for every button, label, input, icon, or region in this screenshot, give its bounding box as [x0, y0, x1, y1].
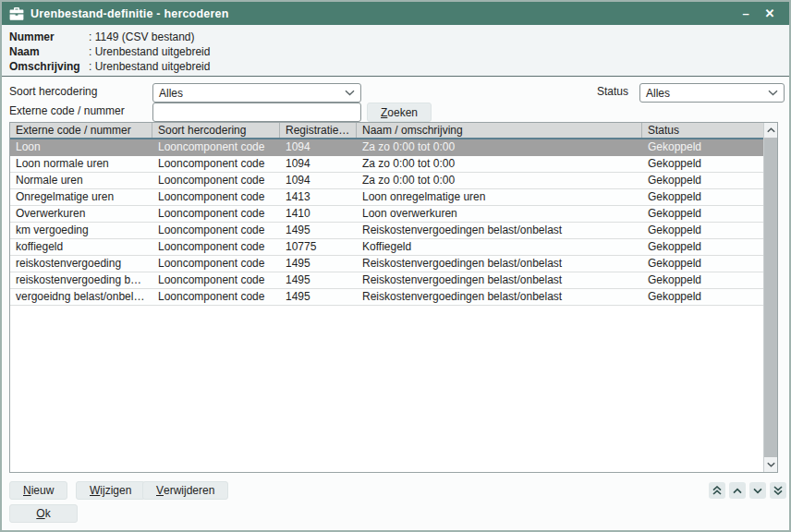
table-row[interactable]: reiskostenvergoeding belas... Looncompon…	[10, 272, 763, 289]
externe-code-label: Externe code / nummer	[9, 102, 125, 120]
col-header-soort[interactable]: Soort hercodering	[152, 123, 280, 138]
status-label: Status	[597, 82, 628, 101]
info-row-omschrijving: Omschrijving : Urenbestand uitgebreid	[9, 59, 782, 74]
naam-label: Naam	[9, 44, 89, 59]
close-button[interactable]: ✕	[758, 5, 782, 23]
omschrijving-label: Omschrijving	[9, 59, 89, 74]
minimize-button[interactable]: –	[734, 5, 758, 23]
nieuw-button[interactable]: Nieuw	[9, 481, 67, 500]
scrollbar-thumb[interactable]	[764, 138, 777, 457]
table-row[interactable]: koffiegeld Looncomponent code 10775 Koff…	[10, 239, 763, 256]
table-row[interactable]: Normale uren Looncomponent code 1094 Za …	[10, 173, 763, 189]
record-info-panel: Nummer : 1149 (CSV bestand) Naam : Urenb…	[2, 25, 789, 77]
info-row-naam: Naam : Urenbestand uitgebreid	[9, 44, 782, 59]
status-value: Alles	[646, 87, 768, 100]
col-header-externe[interactable]: Externe code / nummer	[10, 123, 152, 138]
soort-hercodering-label: Soort hercodering	[9, 82, 97, 101]
col-header-status[interactable]: Status	[642, 123, 763, 138]
table-row[interactable]: Loon Looncomponent code 1094 Za zo 0:00 …	[10, 139, 763, 156]
move-down-button[interactable]	[749, 482, 766, 499]
externe-code-input[interactable]	[152, 103, 361, 122]
omschrijving-value: : Urenbestand uitgebreid	[89, 59, 210, 74]
titlebar: Urenbestand-definitie - hercoderen – ✕	[2, 2, 789, 25]
nummer-value: : 1149 (CSV bestand)	[89, 30, 195, 44]
chevron-double-down-icon	[773, 486, 783, 495]
table-row[interactable]: Overwerkuren Looncomponent code 1410 Loo…	[10, 206, 763, 223]
table-row[interactable]: Onregelmatige uren Looncomponent code 14…	[10, 189, 763, 206]
chevron-down-icon	[345, 90, 355, 96]
dialog-window: Urenbestand-definitie - hercoderen – ✕ N…	[0, 0, 791, 532]
chevron-down-icon	[753, 488, 762, 494]
filter-bar: Soort hercodering Alles Status Alles Ext…	[2, 78, 789, 122]
table-header-row: Externe code / nummer Soort hercodering …	[10, 123, 763, 139]
table-row[interactable]: reiskostenvergoeding Looncomponent code …	[10, 256, 763, 272]
chevron-down-icon	[768, 90, 778, 96]
table-row[interactable]: km vergoeding Looncomponent code 1495 Re…	[10, 223, 763, 239]
scroll-down-icon[interactable]	[764, 457, 777, 472]
table-row[interactable]: vergoeidng belast/onbelast Looncomponent…	[10, 289, 763, 306]
recode-table: Externe code / nummer Soort hercodering …	[9, 122, 778, 473]
move-first-button[interactable]	[709, 482, 725, 499]
nummer-label: Nummer	[9, 30, 89, 44]
move-up-button[interactable]	[729, 482, 746, 499]
col-header-registratienr[interactable]: RegistratieNr	[280, 123, 357, 138]
recode-table-grid: Externe code / nummer Soort hercodering …	[10, 123, 763, 472]
verwijderen-button[interactable]: Verwijderen	[142, 481, 228, 500]
move-last-button[interactable]	[770, 482, 786, 499]
chevron-double-up-icon	[712, 486, 722, 495]
scroll-up-icon[interactable]	[764, 123, 777, 138]
soort-hercodering-value: Alles	[159, 87, 345, 100]
wijzigen-button[interactable]: Wijzigen	[76, 481, 145, 500]
naam-value: : Urenbestand uitgebreid	[89, 44, 210, 59]
soort-hercodering-select[interactable]: Alles	[152, 83, 361, 103]
zoeken-button[interactable]: Zoeken	[367, 103, 432, 122]
col-header-naam[interactable]: Naam / omschrijving	[357, 123, 642, 138]
window-title: Urenbestand-definitie - hercoderen	[30, 7, 734, 20]
chevron-up-icon	[733, 488, 742, 494]
info-row-nummer: Nummer : 1149 (CSV bestand)	[9, 30, 782, 44]
ok-button[interactable]: Ok	[9, 504, 78, 523]
table-row[interactable]: Loon normale uren Looncomponent code 109…	[10, 156, 763, 173]
status-select[interactable]: Alles	[639, 83, 785, 103]
briefcase-icon	[9, 7, 24, 20]
vertical-scrollbar[interactable]	[763, 123, 777, 472]
